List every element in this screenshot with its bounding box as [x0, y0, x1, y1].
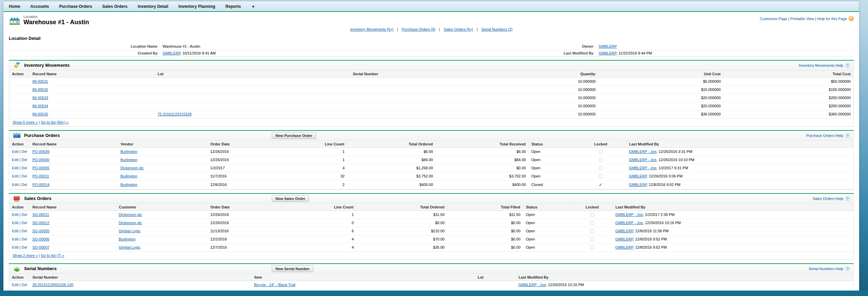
customer-link[interactable]: Dickenson plc [119, 221, 142, 225]
column-header: Lot [475, 274, 516, 281]
vendor-link[interactable]: Burlington [120, 174, 137, 178]
tab-home[interactable]: Home [9, 4, 20, 9]
del-link[interactable]: Del [21, 283, 27, 287]
record-link[interactable]: PO-00011 [32, 174, 49, 178]
record-link[interactable]: IM-00534 [32, 104, 48, 108]
customer-link[interactable]: Gimbal Logic [119, 245, 140, 249]
inventory-movements-help-link[interactable]: Inventory Movements Help [799, 63, 843, 67]
page-link[interactable]: Help for this Page [817, 17, 847, 21]
edit-link[interactable]: Edit [12, 283, 18, 287]
purchase-orders-help-link[interactable]: Purchase Orders Help [806, 134, 843, 138]
edit-link[interactable]: Edit [12, 221, 18, 225]
tab-sales-orders[interactable]: Sales Orders [102, 4, 128, 9]
record-link[interactable]: IM-00531 [32, 79, 48, 83]
show-more-link[interactable]: Show 2 more » [13, 253, 38, 258]
help-icon[interactable]: ? [845, 133, 850, 138]
lot-link[interactable]: 75.20161123215328 [157, 112, 191, 116]
show-more-link[interactable]: Show 5 more » [13, 120, 38, 124]
del-link[interactable]: Del [21, 183, 27, 187]
serial-numbers-help-link[interactable]: Serial Numbers Help [809, 267, 843, 271]
modified-by-link[interactable]: GMBLERP - Joe [518, 283, 546, 287]
edit-link[interactable]: Edit [12, 158, 18, 162]
modified-by-link[interactable]: GMBLERP - Joe [615, 213, 643, 217]
modified-by-link[interactable]: GMBLERP - Joe [629, 150, 656, 154]
tab-inventory-planning[interactable]: Inventory Planning [179, 4, 215, 9]
edit-link[interactable]: Edit [12, 237, 18, 241]
del-link[interactable]: Del [21, 158, 27, 162]
tab-accounts[interactable]: Accounts [30, 4, 49, 9]
modified-by-link[interactable]: GMBLERP - Joe [615, 221, 643, 225]
edit-link[interactable]: Edit [12, 183, 18, 187]
quick-link[interactable]: Inventory Movements [5+] [350, 27, 394, 31]
serial-number-link[interactable]: 28.20161129001156.100 [32, 283, 73, 287]
del-link[interactable]: Del [21, 221, 27, 225]
record-link[interactable]: PO-00014 [32, 183, 49, 187]
edit-link[interactable]: Edit [12, 166, 18, 170]
record-link[interactable]: SO-00012 [32, 221, 49, 225]
record-link[interactable]: SO-00011 [32, 213, 49, 217]
line-count-cell: 1 [273, 156, 347, 164]
go-to-list-link[interactable]: Go to list (7) » [41, 253, 64, 258]
quick-link[interactable]: Purchase Orders [5] [402, 27, 435, 31]
vendor-link[interactable]: Burlington [120, 158, 137, 162]
record-link[interactable]: IM-00533 [32, 96, 48, 100]
del-link[interactable]: Del [21, 150, 27, 154]
modified-by-link[interactable]: GMBLERP [615, 237, 633, 241]
edit-link[interactable]: Edit [12, 150, 18, 154]
del-link[interactable]: Del [21, 166, 27, 170]
quick-link[interactable]: Sales Orders [5+] [444, 27, 473, 31]
page-link[interactable]: Printable View [790, 17, 814, 21]
del-link[interactable]: Del [21, 245, 27, 249]
record-link[interactable]: PO-00040 [32, 158, 49, 162]
tab-inventory-detail[interactable]: Inventory Detail [138, 4, 168, 9]
customer-link[interactable]: Dickenson plc [119, 213, 142, 217]
status-cell: Open [529, 172, 575, 180]
item-link[interactable]: Bicycle - 24" - Black Trail [254, 283, 295, 287]
record-link[interactable]: SO-00007 [32, 245, 49, 249]
new-sales-order-button[interactable]: New Sales Order [272, 195, 309, 202]
record-link[interactable]: IM-00535 [32, 112, 48, 116]
help-icon[interactable]: ? [845, 266, 850, 271]
record-link[interactable]: IM-00532 [32, 88, 48, 92]
go-to-list-link[interactable]: Go to list (50+) » [41, 120, 69, 124]
modified-by-link[interactable]: GMBLERP [615, 245, 633, 249]
column-header: Total Filled [447, 204, 523, 211]
detail-user-link[interactable]: GMBLERP [163, 51, 180, 55]
help-icon[interactable]: ? [845, 63, 850, 68]
modified-by-link[interactable]: GMBLERP [615, 229, 633, 233]
vendor-link[interactable]: Burlington [120, 150, 137, 154]
detail-user-link[interactable]: GMBLERP [599, 44, 617, 48]
record-link[interactable]: SO-00006 [32, 237, 49, 241]
vendor-link[interactable]: Dickenson plc [120, 166, 144, 170]
del-link[interactable]: Del [21, 213, 27, 217]
edit-link[interactable]: Edit [12, 229, 18, 233]
del-link[interactable]: Del [21, 229, 27, 233]
customer-link[interactable]: Burlington [119, 237, 136, 241]
new-serial-number-button[interactable]: New Serial Number [272, 265, 313, 272]
record-link[interactable]: PO-00039 [32, 150, 49, 154]
modified-by-link[interactable]: GMBLERP - Joe [629, 166, 656, 170]
edit-link[interactable]: Edit [12, 213, 18, 217]
detail-user-link[interactable]: GMBLERP [599, 51, 616, 55]
quick-link[interactable]: Serial Numbers [2] [481, 27, 512, 31]
del-link[interactable]: Del [21, 174, 27, 178]
record-link[interactable]: SO-00005 [32, 229, 49, 233]
modified-by-link[interactable]: GMBLERP [629, 174, 647, 178]
page-link[interactable]: Customize Page [760, 17, 787, 21]
vendor-link[interactable]: Burlington [120, 183, 137, 187]
customer-link[interactable]: Gimbal Logic [119, 229, 140, 233]
help-icon[interactable]: ? [845, 196, 850, 201]
record-link[interactable]: PO-00065 [32, 166, 49, 170]
edit-link[interactable]: Edit [12, 174, 18, 178]
tab-purchase-orders[interactable]: Purchase Orders [59, 4, 92, 9]
modified-by-link[interactable]: GMBLERP - Joe [629, 158, 656, 162]
sales-orders-help-link[interactable]: Sales Orders Help [813, 197, 843, 201]
status-cell: Open [523, 243, 572, 251]
edit-link[interactable]: Edit [12, 245, 18, 249]
add-tab-button[interactable]: + [252, 3, 255, 9]
page-help-icon[interactable]: ? [849, 16, 854, 21]
tab-reports[interactable]: Reports [226, 4, 241, 9]
modified-by-link[interactable]: GMBLERP [629, 183, 647, 187]
new-purchase-order-button[interactable]: New Purchase Order [272, 132, 316, 139]
del-link[interactable]: Del [21, 237, 27, 241]
